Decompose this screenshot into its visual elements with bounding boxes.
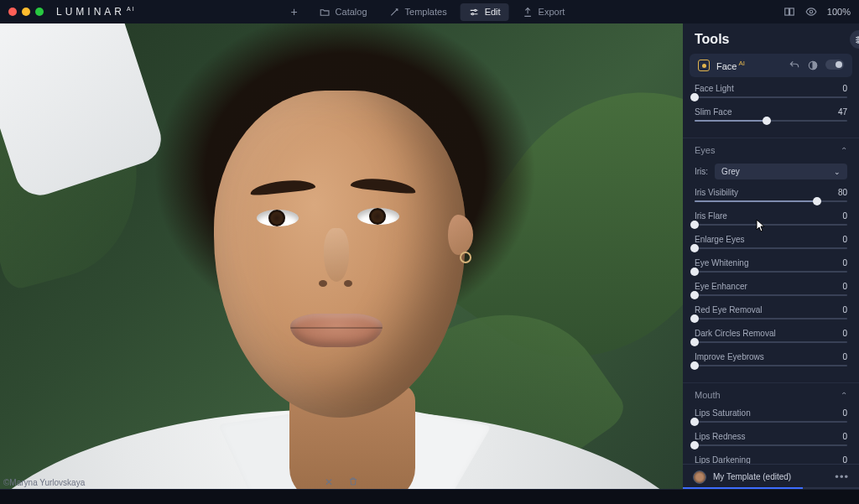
- sidebar-title: Tools: [683, 23, 859, 54]
- slider-label: Iris Visibility: [695, 188, 738, 197]
- section-mouth[interactable]: Mouth⌃: [683, 382, 859, 405]
- slider-value: 0: [842, 408, 847, 418]
- app-brand: LUMINARAI: [56, 6, 136, 18]
- slider-value: 0: [842, 329, 847, 338]
- slider-label: Lips Saturation: [695, 408, 751, 418]
- slider-track[interactable]: [695, 341, 847, 343]
- template-name: My Template (edited): [713, 472, 791, 481]
- tab-templates[interactable]: Templates: [381, 3, 456, 21]
- slider-eye-whitening[interactable]: Eye Whitening0: [695, 258, 847, 273]
- slider-red-eye-removal[interactable]: Red Eye Removal0: [695, 305, 847, 320]
- svg-rect-2: [785, 8, 789, 15]
- slider-iris-visibility[interactable]: Iris Visibility80: [695, 188, 847, 202]
- mask-icon[interactable]: [807, 60, 819, 71]
- slider-track[interactable]: [695, 120, 847, 122]
- slider-lips-redness[interactable]: Lips Redness0: [695, 432, 847, 446]
- folder-icon: [320, 7, 331, 18]
- slider-value: 0: [842, 282, 847, 291]
- slider-value: 80: [838, 188, 847, 197]
- svg-point-7: [856, 41, 858, 43]
- slider-label: Eye Enhancer: [695, 282, 747, 291]
- topbar-right: 100%: [784, 6, 851, 18]
- svg-point-0: [475, 9, 476, 11]
- slider-track[interactable]: [695, 365, 847, 366]
- window-controls: [8, 8, 44, 16]
- svg-point-5: [856, 36, 858, 38]
- section-eyes[interactable]: Eyes⌃: [683, 138, 859, 160]
- slider-track[interactable]: [695, 271, 847, 273]
- face-tool-icon: [698, 60, 710, 71]
- add-button[interactable]: +: [286, 3, 303, 20]
- wand-icon: [389, 7, 400, 18]
- chevron-up-icon: ⌃: [841, 391, 847, 400]
- chevron-up-icon: ⌃: [841, 146, 847, 155]
- slider-track[interactable]: [695, 294, 847, 296]
- slider-label: Iris Flare: [695, 211, 727, 221]
- slider-enlarge-eyes[interactable]: Enlarge Eyes0: [695, 235, 847, 249]
- template-bar[interactable]: My Template (edited) •••: [683, 464, 859, 489]
- slider-value: 47: [838, 107, 847, 117]
- status-bar: [0, 489, 859, 504]
- tab-label: Export: [539, 7, 565, 17]
- export-icon: [523, 7, 534, 18]
- slider-improve-eyebrows[interactable]: Improve Eyebrows0: [695, 352, 847, 366]
- slider-value: 0: [842, 258, 847, 268]
- slider-track[interactable]: [695, 200, 847, 202]
- slider-slim-face[interactable]: Slim Face47: [695, 107, 847, 122]
- canvas[interactable]: ©Maryna Yurlovskaya ✕: [0, 23, 683, 489]
- tab-edit[interactable]: Edit: [461, 3, 509, 21]
- close-icon[interactable]: ✕: [325, 476, 333, 488]
- undo-icon[interactable]: [789, 60, 800, 71]
- slider-face-light[interactable]: Face Light0: [695, 84, 847, 98]
- panel-settings-icon[interactable]: [850, 30, 859, 49]
- compare-icon[interactable]: [784, 6, 795, 18]
- slider-lips-saturation[interactable]: Lips Saturation0: [695, 408, 847, 423]
- slider-value: 0: [842, 305, 847, 314]
- iris-select[interactable]: Grey⌄: [715, 164, 847, 179]
- slider-track[interactable]: [695, 247, 847, 249]
- slider-label: Improve Eyebrows: [695, 352, 764, 361]
- slider-label: Enlarge Eyes: [695, 235, 744, 244]
- close-window[interactable]: [8, 8, 17, 16]
- slider-value: 0: [842, 211, 847, 221]
- slider-label: Face Light: [695, 84, 734, 93]
- svg-rect-3: [789, 8, 794, 15]
- photo-credit: ©Maryna Yurlovskaya: [3, 478, 85, 487]
- slider-eye-enhancer[interactable]: Eye Enhancer0: [695, 282, 847, 296]
- slider-track[interactable]: [695, 318, 847, 320]
- tab-label: Catalog: [336, 7, 367, 17]
- slider-value: 0: [842, 84, 847, 93]
- tool-header-face[interactable]: FaceAI: [690, 54, 852, 77]
- tools-sidebar: Tools FaceAI Face Light0 Slim Face47 Eye…: [683, 23, 859, 489]
- slider-label: Slim Face: [695, 107, 731, 117]
- slider-iris-flare[interactable]: Iris Flare0: [695, 211, 847, 226]
- slider-track[interactable]: [695, 96, 847, 98]
- slider-track[interactable]: [695, 421, 847, 423]
- more-icon[interactable]: •••: [835, 470, 849, 483]
- main-tabs: + Catalog Templates Edit Export: [286, 3, 574, 21]
- slider-label: Red Eye Removal: [695, 305, 763, 314]
- tab-label: Templates: [405, 7, 447, 17]
- zoom-level[interactable]: 100%: [827, 7, 851, 17]
- slider-label: Lips Redness: [695, 432, 746, 441]
- trash-icon[interactable]: [348, 476, 358, 488]
- photo-illustration: [0, 23, 683, 489]
- preview-eye-icon[interactable]: [805, 6, 817, 18]
- svg-point-1: [471, 13, 473, 14]
- tab-export[interactable]: Export: [514, 3, 574, 21]
- template-strength[interactable]: [683, 487, 859, 489]
- slider-value: 0: [842, 352, 847, 361]
- tool-toggle[interactable]: [825, 60, 844, 70]
- dropdown-icon: ⌄: [834, 168, 841, 176]
- tab-catalog[interactable]: Catalog: [311, 3, 376, 21]
- minimize-window[interactable]: [22, 8, 30, 16]
- zoom-window[interactable]: [35, 8, 44, 16]
- canvas-controls: ✕: [325, 476, 358, 488]
- tab-label: Edit: [485, 7, 501, 17]
- title-bar: LUMINARAI + Catalog Templates Edit Exp: [0, 0, 859, 23]
- slider-dark-circles[interactable]: Dark Circles Removal0: [695, 329, 847, 343]
- slider-label: Eye Whitening: [695, 258, 748, 268]
- template-thumb-icon: [693, 470, 706, 484]
- slider-track[interactable]: [695, 224, 847, 226]
- slider-track[interactable]: [695, 444, 847, 446]
